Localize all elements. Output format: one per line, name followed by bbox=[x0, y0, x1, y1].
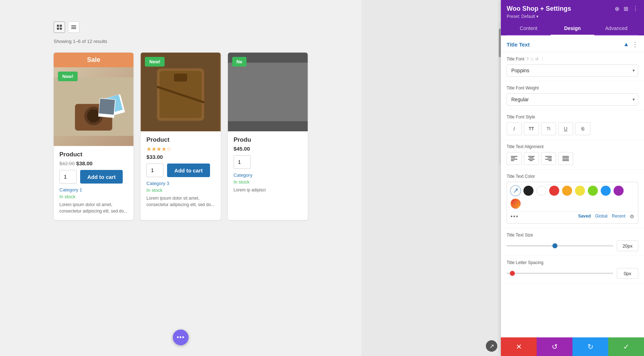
title-text-size-label: Title Text Size bbox=[507, 233, 638, 238]
italic-button[interactable]: I bbox=[507, 122, 522, 135]
title-font-label: Title Font ? □ ↺ ⋮ bbox=[507, 57, 638, 62]
category-link[interactable]: Category bbox=[234, 172, 302, 178]
font-select-wrap: Poppins Open Sans Roboto Lato ▾ bbox=[507, 64, 638, 77]
corner-helper-button[interactable]: ↗ bbox=[486, 340, 497, 352]
align-center-button[interactable] bbox=[524, 152, 539, 165]
category-link[interactable]: Category 1 bbox=[59, 187, 128, 192]
letter-spacing-slider-row: 0px bbox=[507, 268, 638, 279]
svg-rect-26 bbox=[562, 156, 569, 157]
redo-button[interactable]: ↻ bbox=[572, 337, 608, 356]
category-link[interactable]: Category 3 bbox=[146, 181, 215, 186]
product-card: Ne Produ $45.00 Category In stock Lorem … bbox=[228, 53, 308, 220]
floating-menu-icon: ••• bbox=[177, 334, 185, 341]
svg-rect-24 bbox=[545, 159, 552, 160]
saved-tab[interactable]: Saved bbox=[578, 214, 591, 219]
add-to-cart-row: Add to cart bbox=[146, 164, 215, 177]
more-colors-button[interactable]: ••• bbox=[511, 213, 519, 220]
quantity-input[interactable] bbox=[146, 164, 164, 177]
title-text-color-field: Title Text Color bbox=[501, 170, 644, 228]
layout-icon[interactable]: ⊞ bbox=[624, 5, 628, 12]
undo-button[interactable]: ↺ bbox=[537, 337, 572, 356]
tab-advanced[interactable]: Advanced bbox=[594, 22, 638, 35]
more-options-icon[interactable]: ⋮ bbox=[633, 5, 638, 12]
size-slider-row: 20px bbox=[507, 240, 638, 251]
add-to-cart-button[interactable]: Add to cart bbox=[80, 170, 123, 184]
letter-spacing-slider-thumb[interactable] bbox=[510, 271, 515, 276]
orange-swatch[interactable] bbox=[562, 186, 572, 196]
letter-spacing-value-input[interactable]: 0px bbox=[617, 268, 638, 279]
size-slider-track[interactable] bbox=[507, 245, 613, 247]
align-left-button[interactable] bbox=[507, 152, 522, 165]
svg-rect-14 bbox=[511, 156, 517, 157]
panel-header-icons: ⊕ ⊞ ⋮ bbox=[615, 5, 638, 12]
title-text-alignment-label: Title Text Alignment bbox=[507, 144, 638, 149]
global-tab[interactable]: Global bbox=[595, 214, 608, 219]
floating-menu-button[interactable]: ••• bbox=[173, 330, 189, 345]
red-swatch[interactable] bbox=[549, 186, 559, 196]
undo-icon: ↺ bbox=[552, 342, 558, 351]
blue-swatch[interactable] bbox=[601, 186, 611, 196]
settings-icon[interactable]: ⊕ bbox=[615, 5, 619, 12]
product-image: New! bbox=[54, 67, 133, 146]
title-text-color-label: Title Text Color bbox=[507, 174, 638, 179]
svg-rect-17 bbox=[511, 160, 514, 161]
copy-icon[interactable]: □ bbox=[531, 57, 533, 61]
cancel-button[interactable]: ✕ bbox=[501, 337, 537, 356]
quantity-input[interactable] bbox=[59, 170, 77, 184]
reset-icon[interactable]: ↺ bbox=[535, 57, 538, 62]
align-right-button[interactable] bbox=[541, 152, 556, 165]
product-description: Lorem ipsum dolor sit amet, consectetur … bbox=[59, 201, 128, 214]
panel-tabs: Content Design Advanced bbox=[507, 22, 638, 35]
letter-spacing-slider-track[interactable] bbox=[507, 273, 613, 274]
gradient-swatch[interactable] bbox=[511, 199, 521, 209]
title-text-size-field: Title Text Size 20px bbox=[501, 228, 644, 256]
svg-rect-25 bbox=[548, 160, 552, 161]
new-badge: New! bbox=[145, 57, 165, 67]
underline-button[interactable]: U bbox=[558, 122, 573, 135]
right-panel: Woo Shop + Settings ⊕ ⊞ ⋮ Preset: Defaul… bbox=[501, 0, 644, 356]
product-image: Ne bbox=[228, 53, 308, 131]
section-collapse-button[interactable]: ▲ bbox=[623, 41, 629, 48]
grid-view-button[interactable] bbox=[54, 21, 65, 33]
title-font-select[interactable]: Poppins Open Sans Roboto Lato bbox=[507, 64, 638, 77]
svg-rect-7 bbox=[99, 98, 115, 114]
title-font-style-label: Title Font Style bbox=[507, 114, 638, 120]
quantity-input[interactable] bbox=[234, 155, 251, 169]
color-settings-icon[interactable]: ⚙ bbox=[630, 214, 634, 219]
title-font-weight-select[interactable]: Regular Thin Light Medium Bold bbox=[507, 93, 638, 106]
stock-status: In stock bbox=[146, 187, 215, 193]
svg-rect-29 bbox=[562, 160, 569, 161]
font-weight-select-wrap: Regular Thin Light Medium Bold ▾ bbox=[507, 93, 638, 106]
capitalize-button[interactable]: Tt bbox=[541, 122, 556, 135]
product-description: Lorem ip adipisci bbox=[234, 187, 302, 193]
strikethrough-button[interactable]: S bbox=[575, 122, 590, 135]
green-swatch[interactable] bbox=[588, 186, 598, 196]
tab-design[interactable]: Design bbox=[551, 22, 595, 35]
size-slider-thumb[interactable] bbox=[552, 243, 557, 248]
save-button[interactable]: ✓ bbox=[608, 337, 644, 356]
svg-rect-21 bbox=[530, 160, 533, 161]
product-description: Lorem ipsum dolor sit amet, consectetur … bbox=[146, 195, 215, 208]
purple-swatch[interactable] bbox=[614, 186, 624, 196]
uppercase-button[interactable]: TT bbox=[524, 122, 539, 135]
align-justify-button[interactable] bbox=[558, 152, 573, 165]
alignment-buttons bbox=[507, 152, 638, 165]
list-view-button[interactable] bbox=[68, 21, 79, 33]
add-to-cart-button[interactable]: Add to cart bbox=[167, 164, 210, 177]
section-more-button[interactable]: ⋮ bbox=[632, 40, 638, 48]
preset-label[interactable]: Preset: Default ▾ bbox=[507, 14, 638, 19]
more-icon[interactable]: ⋮ bbox=[541, 57, 545, 62]
tab-content[interactable]: Content bbox=[507, 22, 551, 35]
size-value-input[interactable]: 20px bbox=[617, 240, 638, 251]
main-content: Showing 1–6 of 12 results Sale New! bbox=[0, 0, 361, 356]
recent-tab[interactable]: Recent bbox=[612, 214, 625, 219]
product-info: Product ★★★★☆ $33.00 Add to cart Categor… bbox=[141, 131, 220, 214]
help-icon[interactable]: ? bbox=[527, 57, 529, 61]
eyedropper-swatch[interactable] bbox=[511, 186, 521, 196]
product-info: Product $42.00$38.00 Add to cart Categor… bbox=[54, 146, 133, 220]
black-swatch[interactable] bbox=[523, 186, 533, 196]
white-swatch[interactable] bbox=[536, 186, 546, 196]
yellow-swatch[interactable] bbox=[575, 186, 585, 196]
title-font-weight-label: Title Font Weight bbox=[507, 86, 638, 91]
price-old: $42.00 bbox=[59, 161, 75, 166]
